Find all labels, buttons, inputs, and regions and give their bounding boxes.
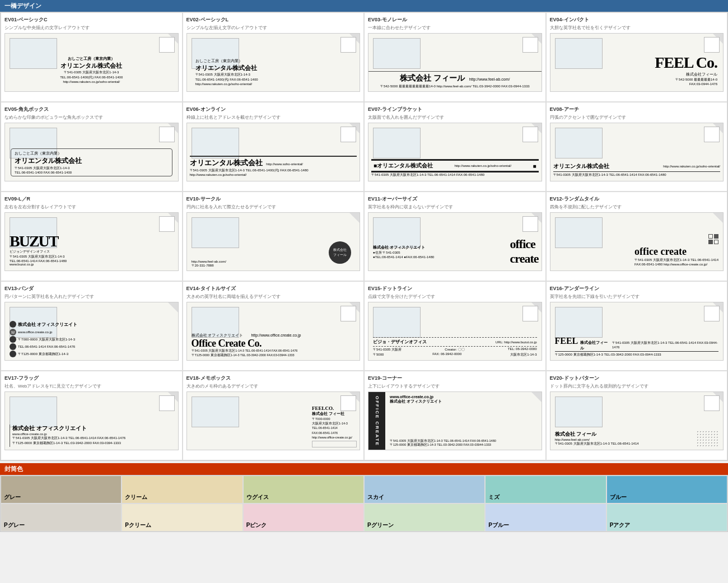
color-sky[interactable]: スカイ — [364, 475, 485, 503]
ev10-desc: 円内に社名を入れて際立たせるデザインです — [186, 204, 361, 210]
ev14-stamp — [340, 306, 356, 321]
colors-row1: グレー クリーム ウグイス スカイ ミズ ブルー — [1, 475, 727, 503]
ev07-window — [373, 128, 421, 158]
ev07-desc: 太版面で名入れを囲んだデザインです — [368, 114, 542, 120]
ev05-company: おしごと工房（東京内業） オリエンタル株式会社 〒541-0305 大阪府大阪市… — [11, 148, 172, 176]
ev11-label: EV11-オーバーサイズ — [368, 195, 542, 203]
ev03-label: EV03-モノレール — [368, 16, 542, 24]
design-ev13[interactable]: EV13-バンダ 円パターンに英字社名を入れたデザインです 株式会社 オフィスク… — [1, 281, 183, 371]
ev09-company: BUZUT ビジョンデザインオフィス 〒541-0305 大阪府大阪市北区1-1… — [10, 234, 67, 266]
design-ev15[interactable]: EV15-ドットライン 点線で文字を分けたデザインです ビジョ・デザインオフィス… — [364, 281, 546, 371]
ev17-preview: 株式会社 オフィスクリエイト www.office-create.co.jp 〒… — [4, 391, 179, 450]
ev04-preview: FEEL Co. 株式会社フィール 〒542-5000 最最最最最14-0 FA… — [550, 33, 724, 92]
ev18-desc: 大きめのメモ枠のあるデザインです — [186, 383, 361, 389]
ev09-preview: BUZUT ビジョンデザインオフィス 〒541-0305 大阪府大阪市北区1-1… — [4, 212, 179, 271]
ev02-label: EV02-ベーシックL — [186, 16, 361, 24]
ev04-label: EV04-インパクト — [550, 16, 724, 24]
design-ev08[interactable]: EV08-アーチ 円弧のアクセントで囲なデザインです オリエンタル株式会社 ht… — [546, 102, 728, 192]
design-ev06[interactable]: EV06-オンライン 枠線上に社名とアドレスを載せたデザインです オリエンタル株… — [183, 102, 365, 192]
color-uguisu[interactable]: ウグイス — [243, 475, 364, 503]
ev18-preview: FEELCO. 株式会社 フィー社 〒T000-0000 大阪府大阪市北区1-1… — [186, 391, 361, 450]
ev19-bottom: 〒541-0305 大阪府大阪市北区1-14-3 TEL:06-6541-141… — [390, 439, 539, 447]
section-header-designs: 一橋デザイン — [0, 0, 728, 12]
ev08-label: EV08-アーチ — [550, 106, 724, 113]
design-ev03[interactable]: EV03-モノレール 一本線に合わせたデザインです 株式会社 フィール http… — [364, 12, 546, 102]
ev12-tiles: office create 〒541-0305 大阪府大阪市北区1-14-3 T… — [634, 234, 718, 266]
ev11-preview: 株式会社 オフィスクリエイト ●住所 〒541-0305 ●TEL:06-654… — [368, 212, 542, 271]
design-ev20[interactable]: EV20-ドットパターン ドット罫内に文字を入れる規則的なデザインです 株式会社… — [546, 371, 728, 460]
design-ev12[interactable]: EV12-ランダムタイル 四角を不規則に配したデザインです office cre… — [546, 192, 728, 281]
ev04-window — [555, 38, 603, 69]
color-pcream[interactable]: Pクリーム — [122, 503, 242, 531]
ev20-company: 株式会社 フィール http://www.feel-ab.com/ 〒541-0… — [555, 430, 719, 447]
ev05-label: EV05-角丸ボックス — [4, 106, 179, 113]
colors-header: 封筒色 — [0, 463, 728, 475]
ev11-desc: 英字社名を枠内に収まらないデザインです — [368, 204, 542, 210]
ev14-label: EV14-タイトルサイズ — [186, 285, 361, 292]
design-ev07[interactable]: EV07-ラインブラケット 太版面で名入れを囲んだデザインです ■オリエンタル株… — [364, 102, 546, 192]
ev18-window — [192, 397, 239, 427]
ev08-stamp — [704, 127, 720, 142]
ev07-preview: ■オリエンタル株式会社 http://www.rakuten.co.jp/soh… — [368, 123, 542, 181]
ev07-label: EV07-ラインブラケット — [368, 106, 542, 113]
ev15-preview: ビジョ・デザインオフィス URL: http://www.buzut.co.jp… — [368, 302, 542, 361]
ev15-company: ビジョ・デザインオフィス URL: http://www.buzut.co.jp… — [373, 337, 537, 357]
ev12-preview: office create 〒541-0305 大阪府大阪市北区1-14-3 T… — [550, 212, 724, 271]
ev14-desc: 大きめの英字社名に両端を揃えるデザインです — [186, 293, 361, 300]
design-ev16[interactable]: EV16-アンダーライン 英字社名を先頭に下線を引いたデザインです FEEL 株… — [546, 281, 728, 371]
design-ev02[interactable]: EV02-ベーシックL シンプルな左揃え文字のレイアウトです おしごと工房（東京… — [183, 12, 365, 102]
color-ppink[interactable]: Pピンク — [243, 503, 364, 531]
ev13-desc: 円パターンに英字社名を入れたデザインです — [4, 293, 179, 300]
ev15-desc: 点線で文字を分けたデザインです — [368, 293, 542, 300]
design-ev18[interactable]: EV18-メモボックス 大きめのメモ枠のあるデザインです FEELCO. 株式会… — [183, 371, 365, 460]
ev16-company: FEEL 株式会社フィール 〒541-0305 大阪府大阪市北区1-14-3 T… — [555, 336, 719, 357]
ev15-label: EV15-ドットライン — [368, 285, 542, 292]
colors-container: グレー クリーム ウグイス スカイ ミズ ブルー Pグレー P — [0, 475, 728, 532]
ev08-desc: 円弧のアクセントで囲なデザインです — [550, 114, 724, 120]
ev15-stamp — [522, 306, 538, 321]
design-ev11[interactable]: EV11-オーバーサイズ 英字社名を枠内に収まらないデザインです 株式会社 オフ… — [364, 192, 546, 281]
ev16-window — [555, 307, 603, 338]
ev02-preview: おしごと工房（東京内業） オリエンタル株式会社 〒541-0305 大阪府大阪市… — [186, 33, 361, 92]
colors-row2: Pグレー Pクリーム Pピンク Pグリーン Pブルー Pアクア — [1, 503, 727, 531]
ev16-desc: 英字社名を先頭に下線を引いたデザインです — [550, 293, 724, 300]
color-cream[interactable]: クリーム — [122, 475, 242, 503]
designs-grid: EV01-ベーシックC シンプルな中央揃えの文字レイアウトです おしごと工房（東… — [0, 12, 728, 461]
ev20-label: EV20-ドットパターン — [550, 375, 724, 382]
ev16-label: EV16-アンダーライン — [550, 285, 724, 292]
color-gray[interactable]: グレー — [1, 475, 122, 503]
ev09-label: EV09-L／R — [4, 195, 179, 203]
ev13-company: 株式会社 オフィスクリエイト W www.office.create.co.jp… — [10, 321, 77, 357]
ev04-desc: 大胆な英字社名で社を引くデザインです — [550, 25, 724, 31]
ev11-company: 株式会社 オフィスクリエイト ●住所 〒541-0305 ●TEL:06-654… — [373, 237, 539, 266]
colors-section: 封筒色 グレー クリーム ウグイス スカイ ミズ ブルー — [0, 463, 728, 532]
ev19-sidebar: OFFICE CREATE — [368, 392, 385, 450]
ev07-company: ■オリエンタル株式会社 http://www.rakuten.co.jp/soh… — [371, 159, 539, 178]
design-ev10[interactable]: EV10-サークル 円内に社名を入れて際立たせるデザインです 株式会社フィール … — [183, 192, 365, 281]
color-mizu[interactable]: ミズ — [485, 475, 606, 503]
ev17-company: 株式会社 オフィスクリエイト www.office-create.co.jp 〒… — [10, 425, 174, 447]
ev14-preview: 株式会社 オフィスクリエイト http://www.office.create.… — [186, 302, 361, 361]
ev12-label: EV12-ランダムタイル — [550, 195, 724, 203]
ev18-company: FEELCO. 株式会社 フィー社 〒T000-0000 大阪府大阪市北区1-1… — [312, 405, 357, 447]
color-paqua[interactable]: Pアクア — [606, 503, 727, 531]
color-blue[interactable]: ブルー — [606, 475, 727, 503]
ev19-top: www.office-create.co.jp 株式会社 オフィスクリエイト — [390, 395, 539, 404]
design-ev14[interactable]: EV14-タイトルサイズ 大きめの英字社名に両端を揃えるデザインです 株式会社 … — [183, 281, 365, 371]
color-pgreen[interactable]: Pグリーン — [364, 503, 485, 531]
design-ev09[interactable]: EV09-L／R 左右を左右分割するレイアウトです BUZUT ビジョンデザイン… — [1, 192, 183, 281]
ev12-window — [555, 217, 603, 248]
ev01-stamp — [159, 37, 175, 53]
ev02-stamp — [340, 37, 356, 53]
ev05-preview: おしごと工房（東京内業） オリエンタル株式会社 〒541-0305 大阪府大阪市… — [4, 123, 179, 181]
design-ev04[interactable]: EV04-インパクト 大胆な英字社名で社を引くデザインです FEEL Co. 株… — [546, 12, 728, 102]
ev20-window — [555, 397, 603, 427]
design-ev01[interactable]: EV01-ベーシックC シンプルな中央揃えの文字レイアウトです おしごと工房（東… — [1, 12, 183, 102]
design-ev05[interactable]: EV05-角丸ボックス なめらかな印象のポピュラーな角丸ボックスです おしごと工… — [1, 102, 183, 192]
ev05-desc: なめらかな印象のポピュラーな角丸ボックスです — [4, 114, 179, 120]
design-ev19[interactable]: EV19-コーナー 上下にレイアウトするデザインです OFFICE CREATE… — [364, 371, 546, 460]
ev10-preview: 株式会社フィール http://www.feel-ab.com/ 〒20-331… — [186, 212, 361, 271]
color-pblue[interactable]: Pブルー — [485, 503, 606, 531]
color-pgray[interactable]: Pグレー — [1, 503, 122, 531]
design-ev17[interactable]: EV17-フラッグ 社名、WebアドレスをTに見立てたデザインです 株式会社 オ… — [1, 371, 183, 460]
